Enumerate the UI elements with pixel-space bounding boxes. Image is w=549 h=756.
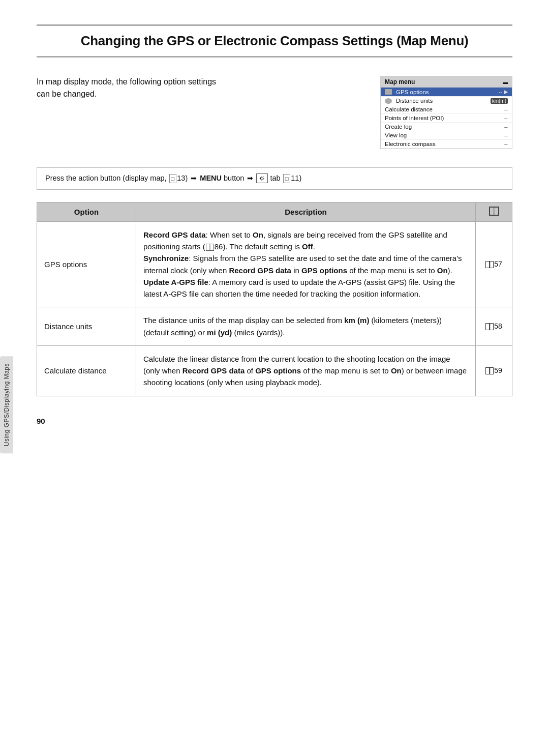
intro-text: In map display mode, the following optio… xyxy=(37,76,216,100)
gps-camera-icon xyxy=(385,89,392,95)
distance-icon xyxy=(385,98,392,104)
map-menu-item-distance-units[interactable]: Distance units km(m) xyxy=(381,97,512,105)
desc-distance-units: The distance units of the map display ca… xyxy=(136,307,476,346)
nav-instruction: Press the action button (display map, □1… xyxy=(37,167,512,190)
ref-calculate-distance: 59 xyxy=(476,345,512,396)
map-menu: Map menu ▬ GPS options -- ▶ Distance uni… xyxy=(380,76,512,149)
side-tab: Using GPS/Displaying Maps xyxy=(0,356,13,453)
map-menu-item-gps-options[interactable]: GPS options -- ▶ xyxy=(381,88,512,97)
book-icon-header xyxy=(489,207,499,216)
desc-gps-options: Record GPS data: When set to On, signals… xyxy=(136,221,476,307)
option-gps-options: GPS options xyxy=(37,221,136,307)
ref-icon-distance: 58 xyxy=(485,322,502,330)
option-distance-units: Distance units xyxy=(37,307,136,346)
desc-calculate-distance: Calculate the linear distance from the c… xyxy=(136,345,476,396)
intro-line2: can be changed. xyxy=(37,90,97,98)
map-menu-item-calculate-distance[interactable]: Calculate distance -- xyxy=(381,105,512,114)
table-row-calculate-distance: Calculate distance Calculate the linear … xyxy=(37,345,512,396)
intro-section: In map display mode, the following optio… xyxy=(37,76,512,149)
page-number: 90 xyxy=(37,417,512,425)
main-table: Option Description GPS options Record GP… xyxy=(37,202,512,396)
map-menu-item-poi[interactable]: Points of interest (POI) -- xyxy=(381,114,512,123)
page-container: Using GPS/Displaying Maps Changing the G… xyxy=(0,0,549,466)
table-row-distance-units: Distance units The distance units of the… xyxy=(37,307,512,346)
tab-icon-box: □ xyxy=(283,174,291,184)
table-header-ref xyxy=(476,202,512,221)
intro-line1: In map display mode, the following optio… xyxy=(37,77,216,86)
map-menu-item-view-log[interactable]: View log -- xyxy=(381,131,512,140)
table-row-gps-options: GPS options Record GPS data: When set to… xyxy=(37,221,512,307)
ref-gps-options: 57 xyxy=(476,221,512,307)
ref-icon-gps: 57 xyxy=(485,260,502,268)
map-menu-item-electronic-compass[interactable]: Electronic compass -- xyxy=(381,140,512,149)
table-header-option: Option xyxy=(37,202,136,221)
page-title: Changing the GPS or Electronic Compass S… xyxy=(37,24,512,57)
map-icon-box: □ xyxy=(169,174,177,184)
map-menu-item-create-log[interactable]: Create log -- xyxy=(381,123,512,131)
ref-icon-calculate: 59 xyxy=(485,366,502,374)
map-menu-title: Map menu ▬ xyxy=(381,76,512,88)
ref-distance-units: 58 xyxy=(476,307,512,346)
option-calculate-distance: Calculate distance xyxy=(37,345,136,396)
table-header-description: Description xyxy=(136,202,476,221)
